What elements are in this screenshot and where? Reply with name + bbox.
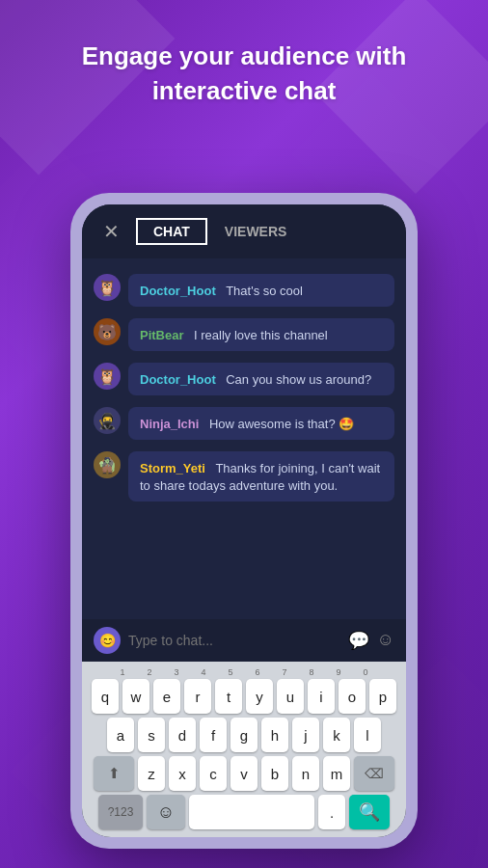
key-u[interactable]: u	[277, 679, 304, 714]
message-text: Can you show us around?	[226, 372, 371, 387]
key-e[interactable]: e	[153, 679, 180, 714]
hero-line1: Engage your audience with	[82, 41, 407, 70]
avatar: 🐻	[94, 318, 121, 345]
search-key[interactable]: 🔍	[349, 795, 390, 829]
key-h[interactable]: h	[261, 718, 288, 752]
message-bubble: Storm_Yeti Thanks for joining, I can't w…	[128, 451, 394, 502]
key-r[interactable]: r	[184, 679, 211, 714]
message-text: That's so cool	[226, 284, 303, 298]
avatar: 🧌	[94, 451, 121, 478]
key-y[interactable]: y	[246, 679, 273, 714]
message-bubble: Ninja_Ichi How awesome is that? 🤩	[128, 407, 394, 440]
num-hint: 6	[244, 667, 271, 677]
list-item: 🧌 Storm_Yeti Thanks for joining, I can't…	[94, 451, 394, 502]
hero-line2: interactive chat	[152, 76, 337, 105]
phone-mockup: ✕ CHAT VIEWERS 🦉 Doctor_Hoot That's so c…	[70, 193, 418, 849]
key-b[interactable]: b	[261, 756, 288, 791]
emoji-key[interactable]: ☺	[147, 795, 185, 829]
key-s[interactable]: s	[138, 718, 165, 752]
keyboard-row-3: ⬆ z x c v b n m ⌫	[86, 756, 402, 791]
list-item: 🦉 Doctor_Hoot That's so cool	[94, 274, 394, 307]
chat-input-bar: 😊 💬 ☺	[82, 619, 406, 662]
num-hint: 9	[325, 667, 352, 677]
username: Doctor_Hoot	[140, 372, 216, 387]
key-k[interactable]: k	[323, 718, 350, 752]
key-o[interactable]: o	[339, 679, 366, 714]
key-j[interactable]: j	[292, 718, 319, 752]
list-item: 🥷 Ninja_Ichi How awesome is that? 🤩	[94, 407, 394, 440]
key-t[interactable]: t	[215, 679, 242, 714]
list-item: 🐻 PitBear I really love this channel	[94, 318, 394, 351]
key-q[interactable]: q	[92, 679, 119, 714]
chat-icon[interactable]: 💬	[348, 630, 369, 651]
key-l[interactable]: l	[354, 718, 381, 752]
message-bubble: PitBear I really love this channel	[128, 318, 394, 351]
message-bubble: Doctor_Hoot Can you show us around?	[128, 363, 394, 395]
key-p[interactable]: p	[369, 679, 396, 714]
num-hint: 5	[217, 667, 244, 677]
backspace-key[interactable]: ⌫	[354, 756, 394, 791]
message-text: How awesome is that? 🤩	[209, 417, 354, 431]
key-m[interactable]: m	[323, 756, 350, 791]
tab-chat[interactable]: CHAT	[136, 218, 207, 245]
key-c[interactable]: c	[200, 756, 227, 791]
num-hint: 3	[163, 667, 190, 677]
key-f[interactable]: f	[200, 718, 227, 752]
period-key[interactable]: .	[318, 795, 345, 829]
key-x[interactable]: x	[169, 756, 196, 791]
username: Storm_Yeti	[140, 461, 205, 475]
message-bubble: Doctor_Hoot That's so cool	[128, 274, 394, 307]
number-hints-row: 1 2 3 4 5 6 7 8 9 0	[86, 667, 402, 677]
avatar: 🥷	[94, 407, 121, 434]
key-z[interactable]: z	[138, 756, 165, 791]
avatar: 🦉	[94, 274, 121, 301]
num-hint: 7	[271, 667, 298, 677]
num-hint: 4	[190, 667, 217, 677]
keyboard-row-2: a s d f g h j k l	[86, 718, 402, 752]
num-hint: 0	[352, 667, 379, 677]
username: PitBear	[140, 328, 184, 342]
shift-key[interactable]: ⬆	[94, 756, 134, 791]
chat-header: ✕ CHAT VIEWERS	[82, 204, 406, 258]
key-i[interactable]: i	[308, 679, 335, 714]
keyboard: 1 2 3 4 5 6 7 8 9 0 q w e r t y u i	[82, 662, 406, 837]
key-n[interactable]: n	[292, 756, 319, 791]
num-hint: 1	[109, 667, 136, 677]
input-icons: 💬 ☺	[348, 630, 394, 651]
emoji-icon[interactable]: ☺	[377, 630, 394, 651]
num-hint: 8	[298, 667, 325, 677]
list-item: 🦉 Doctor_Hoot Can you show us around?	[94, 363, 394, 395]
close-button[interactable]: ✕	[97, 218, 124, 245]
key-a[interactable]: a	[107, 718, 134, 752]
avatar: 🦉	[94, 363, 121, 390]
space-key[interactable]	[189, 795, 314, 829]
user-avatar: 😊	[94, 627, 121, 654]
keyboard-row-1: q w e r t y u i o p	[86, 679, 402, 714]
num-hint: 2	[136, 667, 163, 677]
keyboard-bottom-row: ?123 ☺ . 🔍	[86, 795, 402, 829]
key-d[interactable]: d	[169, 718, 196, 752]
username: Doctor_Hoot	[140, 284, 216, 298]
chat-messages: 🦉 Doctor_Hoot That's so cool 🐻 PitBear I…	[82, 258, 406, 619]
message-text: I really love this channel	[194, 328, 328, 342]
numbers-key[interactable]: ?123	[98, 795, 143, 829]
hero-section: Engage your audience with interactive ch…	[0, 39, 488, 109]
tab-viewers[interactable]: VIEWERS	[207, 218, 305, 245]
chat-input[interactable]	[128, 633, 340, 648]
key-v[interactable]: v	[230, 756, 258, 791]
tab-bar: CHAT VIEWERS	[136, 218, 304, 245]
phone-screen: ✕ CHAT VIEWERS 🦉 Doctor_Hoot That's so c…	[82, 204, 406, 837]
key-w[interactable]: w	[122, 679, 149, 714]
username: Ninja_Ichi	[140, 417, 199, 431]
key-g[interactable]: g	[230, 718, 258, 752]
